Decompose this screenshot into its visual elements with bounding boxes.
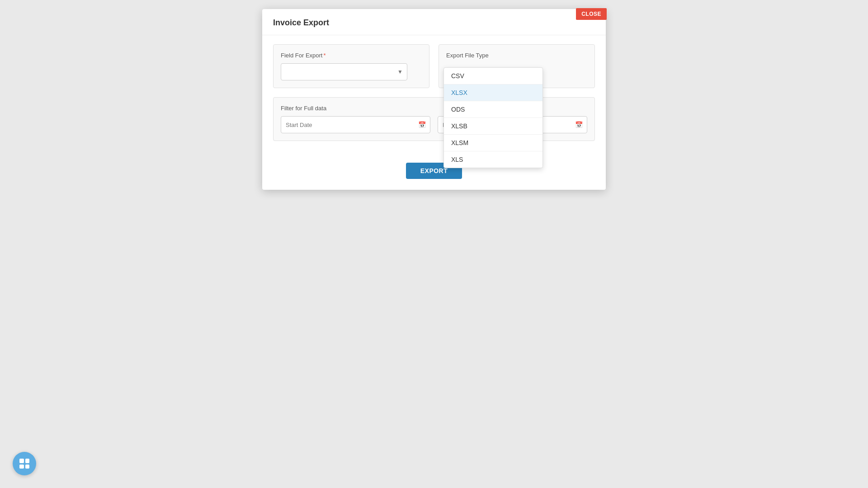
page-background: CLOSE Invoice Export Field For Export* [0,0,868,488]
file-type-option-xlsm[interactable]: XLSM [444,135,542,151]
grid-cell-2 [25,459,30,463]
field-for-export-section: Field For Export* ▼ [273,44,429,88]
grid-cell-4 [25,465,30,469]
grid-icon [19,459,29,469]
close-button[interactable]: CLOSE [576,8,607,20]
grid-cell-3 [19,465,24,469]
modal-wrapper: CLOSE Invoice Export Field For Export* [0,0,868,488]
required-marker: * [323,52,326,59]
file-type-option-xls[interactable]: XLS [444,151,542,168]
field-for-export-label: Field For Export* [281,52,422,59]
start-date-input[interactable] [281,116,430,133]
top-sections: Field For Export* ▼ Export File Type [273,44,595,88]
field-for-export-select[interactable] [281,63,407,80]
export-file-type-section: Export File Type CSV XLSX ODS XLSB XLSM … [439,44,595,88]
start-date-wrapper: 📅 [281,116,430,133]
file-type-option-ods[interactable]: ODS [444,101,542,118]
modal-header: Invoice Export [262,9,606,35]
file-type-option-xlsb[interactable]: XLSB [444,118,542,135]
modal-title: Invoice Export [273,18,595,28]
modal-body: Field For Export* ▼ Export File Type [262,35,606,159]
file-type-option-csv[interactable]: CSV [444,68,542,84]
bottom-widget-button[interactable] [13,452,36,475]
file-type-option-xlsx[interactable]: XLSX [444,84,542,101]
modal-footer: EXPORT [262,159,606,190]
file-type-dropdown: CSV XLSX ODS XLSB XLSM XLS [443,67,543,168]
modal-dialog: CLOSE Invoice Export Field For Export* [262,9,606,190]
filter-section: Filter for Full data 📅 📅 [273,97,595,141]
field-for-export-wrapper: ▼ [281,63,407,80]
export-file-type-label: Export File Type [446,52,587,59]
grid-cell-1 [19,459,24,463]
